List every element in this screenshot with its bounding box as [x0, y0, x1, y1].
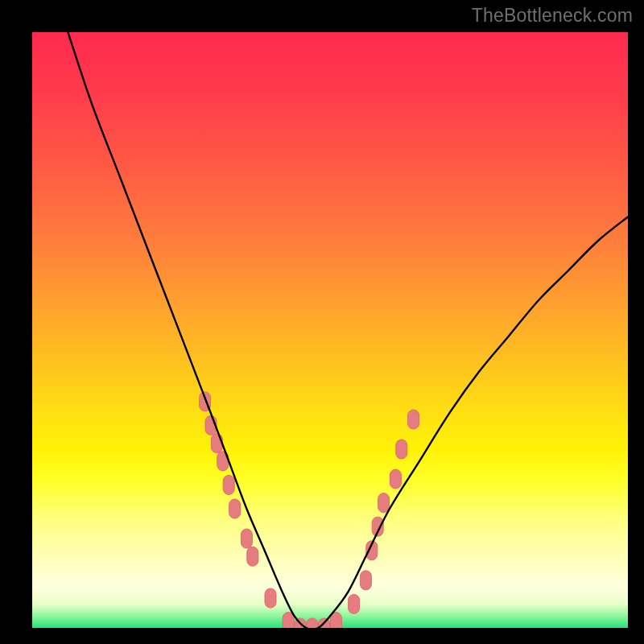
curve-marker: [408, 410, 419, 429]
curve-marker: [241, 529, 252, 548]
curve-marker: [307, 618, 318, 628]
curve-marker: [229, 499, 241, 518]
curve-marker: [265, 588, 276, 608]
curve-marker: [211, 434, 222, 453]
plot-area: [32, 32, 628, 628]
curve-marker: [223, 475, 234, 494]
curve-marker: [283, 613, 294, 628]
curve-marker: [349, 594, 360, 613]
watermark-text: TheBottleneck.com: [472, 5, 633, 27]
curve-marker: [360, 571, 371, 590]
curve-marker: [396, 440, 407, 459]
chart-frame: TheBottleneck.com: [0, 0, 644, 644]
curve-marker: [378, 493, 390, 513]
curve-marker: [390, 469, 401, 489]
curve-layer: [32, 32, 628, 628]
marker-group: [200, 392, 419, 628]
curve-marker: [247, 547, 258, 566]
bottleneck-curve: [68, 32, 628, 628]
